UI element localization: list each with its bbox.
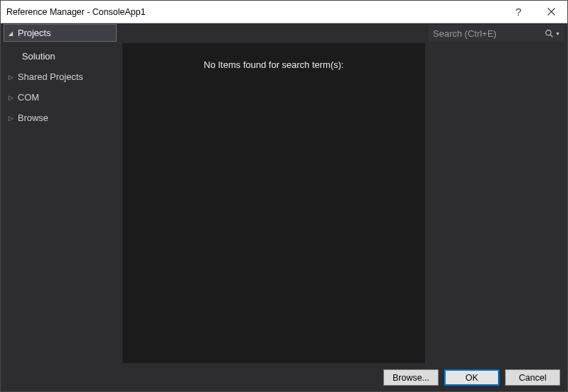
caret-right-icon: ▷ (8, 115, 13, 122)
search-icon (545, 29, 554, 38)
details-pane (425, 43, 567, 363)
button-label: OK (465, 373, 478, 383)
reference-manager-window: Reference Manager - ConsoleApp1 ? ◢ Proj… (0, 0, 568, 392)
titlebar: Reference Manager - ConsoleApp1 ? (1, 1, 567, 23)
tab-projects[interactable]: ◢ Projects (4, 24, 117, 42)
svg-point-2 (546, 30, 551, 35)
caret-right-icon: ▷ (8, 94, 13, 101)
button-label: Cancel (519, 373, 547, 383)
close-icon (547, 8, 555, 16)
browse-button[interactable]: Browse... (383, 369, 439, 386)
empty-message: No Items found for search term(s): (204, 59, 344, 363)
search-input[interactable]: Search (Ctrl+E) ▼ (429, 25, 564, 42)
main-area: No Items found for search term(s): (122, 43, 567, 363)
sidebar-item-com[interactable]: ▷ COM (1, 87, 122, 108)
footer: Browse... OK Cancel (1, 363, 567, 391)
sidebar-item-label: COM (18, 92, 39, 103)
caret-down-icon: ◢ (8, 30, 13, 37)
dropdown-caret-icon: ▼ (555, 31, 560, 36)
ok-button[interactable]: OK (444, 369, 499, 386)
tab-label: Projects (18, 28, 51, 38)
button-label: Browse... (393, 373, 429, 383)
search-placeholder: Search (Ctrl+E) (433, 28, 540, 39)
sidebar-item-shared-projects[interactable]: ▷ Shared Projects (1, 67, 122, 87)
svg-line-3 (550, 35, 552, 37)
sidebar-item-label: Browse (18, 113, 48, 123)
sidebar-item-label: Solution (22, 51, 55, 62)
close-button[interactable] (535, 1, 567, 23)
body: Solution ▷ Shared Projects ▷ COM ▷ Brows… (1, 43, 567, 363)
sidebar-item-label: Shared Projects (18, 71, 83, 82)
top-strip: ◢ Projects Search (Ctrl+E) ▼ (1, 23, 567, 43)
search-button[interactable]: ▼ (545, 29, 560, 38)
help-button[interactable]: ? (502, 1, 535, 23)
window-title: Reference Manager - ConsoleApp1 (6, 7, 502, 17)
cancel-button[interactable]: Cancel (505, 369, 560, 386)
caret-right-icon: ▷ (8, 74, 13, 81)
sidebar-item-browse[interactable]: ▷ Browse (1, 108, 122, 128)
results-pane: No Items found for search term(s): (122, 43, 425, 363)
sidebar-item-solution[interactable]: Solution (1, 46, 122, 67)
spacer (117, 23, 429, 43)
sidebar: Solution ▷ Shared Projects ▷ COM ▷ Brows… (1, 43, 122, 363)
